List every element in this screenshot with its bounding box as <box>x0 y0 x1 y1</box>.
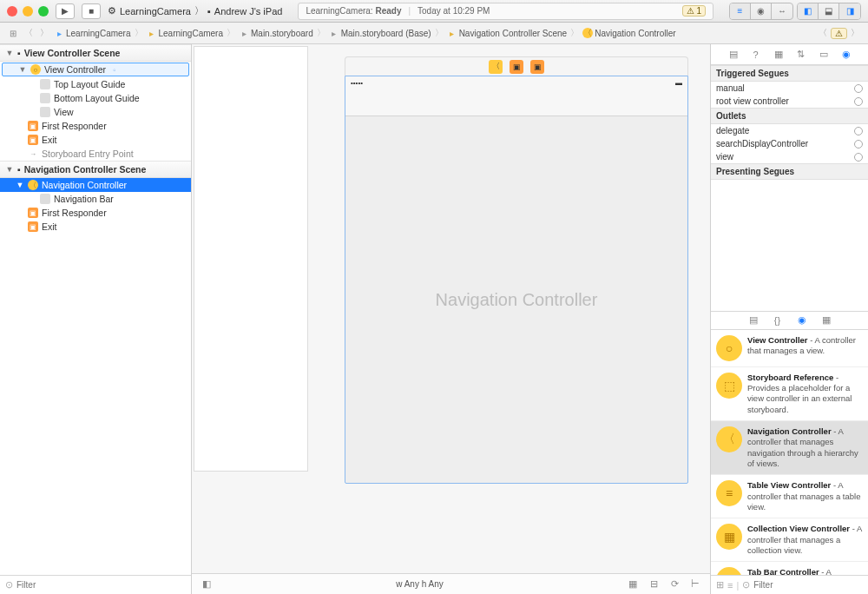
folder-icon: ▸ <box>147 28 157 38</box>
project-icon: ▸ <box>54 28 64 38</box>
size-inspector-tab[interactable]: ▭ <box>817 48 831 62</box>
tree-item[interactable]: ▣Exit <box>0 133 191 147</box>
zoom-window[interactable] <box>38 6 49 16</box>
activity-status: LearningCamera: Ready | Today at 10:29 P… <box>298 3 713 20</box>
tree-item[interactable]: ▣Exit <box>0 220 191 234</box>
related-items-icon[interactable]: ⊞ <box>5 25 21 41</box>
help-inspector-tab[interactable]: ? <box>749 48 763 62</box>
scene-header[interactable]: ▼▪Navigation Controller Scene <box>0 161 191 178</box>
stop-button[interactable]: ■ <box>82 3 101 19</box>
title-bar: ▶ ■ ⚙ LearningCamera 〉 ▪ Andrew J's iPad… <box>0 0 868 23</box>
library-item[interactable]: ⬚Storyboard Reference - Provides a place… <box>711 367 868 421</box>
jump-bar: ⊞ 〈 〉 ▸LearningCamera〉 ▸LearningCamera〉 … <box>0 23 868 44</box>
scene-header[interactable]: ▼▪View Controller Scene <box>0 44 191 62</box>
panel-toggle-segment[interactable]: ◧ ⬓ ◨ <box>797 3 861 20</box>
tree-item[interactable]: View <box>0 105 191 119</box>
library-item[interactable]: ▦Collection View Controller - A controll… <box>711 518 868 562</box>
breadcrumb[interactable]: ▸LearningCamera〉 ▸LearningCamera〉 ▸Main.… <box>52 27 678 39</box>
window-controls <box>7 6 49 16</box>
library-item[interactable]: ▭Tab Bar Controller - A controller that … <box>711 562 868 575</box>
next-issue[interactable]: 〉 <box>847 25 863 41</box>
controller-dock-icon[interactable]: 〈 <box>489 60 503 74</box>
forward-button[interactable]: 〉 <box>36 25 52 41</box>
bottom-panel-icon[interactable]: ⬓ <box>819 3 839 19</box>
close-window[interactable] <box>7 6 17 16</box>
scheme-selector[interactable]: ⚙ LearningCamera 〉 ▪ Andrew J's iPad <box>108 4 282 17</box>
jump-warning-badge[interactable]: ⚠ <box>831 28 847 39</box>
connections-inspector-tab[interactable]: ◉ <box>839 48 853 62</box>
pin-icon[interactable]: ⊟ <box>646 577 661 592</box>
standard-editor-icon[interactable]: ≡ <box>730 3 751 19</box>
list-view-icon[interactable]: ≡ <box>727 580 733 591</box>
storyboard-icon: ▸ <box>329 28 339 38</box>
navigation-controller-scene[interactable]: 〈 ▣ ▣ ••••• ▬ Navigation Controller <box>345 56 688 485</box>
canvas[interactable]: 〈 ▣ ▣ ••••• ▬ Navigation Controller <box>192 44 710 594</box>
warning-icon: ⚠ <box>687 6 694 16</box>
first-responder-dock-icon[interactable]: ▣ <box>510 60 523 74</box>
assistant-editor-icon[interactable]: ◉ <box>751 3 772 19</box>
identity-inspector-tab[interactable]: ▦ <box>772 48 786 62</box>
size-class-control[interactable]: w Any h Any <box>214 579 625 589</box>
back-button[interactable]: 〈 <box>21 25 36 41</box>
scene-dock[interactable]: 〈 ▣ ▣ <box>345 56 688 76</box>
prev-issue[interactable]: 〈 <box>815 25 831 41</box>
filter-icon: ⊙ <box>5 579 13 591</box>
warning-badge[interactable]: ⚠ 1 <box>682 5 706 16</box>
exit-dock-icon[interactable]: ▣ <box>530 60 544 74</box>
tree-item[interactable]: Navigation Bar <box>0 192 191 206</box>
connection-row[interactable]: searchDisplayController <box>711 137 868 150</box>
canvas-bottom-bar: ◧ w Any h Any ▦ ⊟ ⟳ ⊢ <box>192 573 710 594</box>
connection-row[interactable]: delegate <box>711 124 868 137</box>
outline-filter-input[interactable] <box>16 580 186 590</box>
library-item[interactable]: ≡Table View Controller - A controller th… <box>711 475 868 518</box>
file-inspector-tab[interactable]: ▤ <box>727 48 740 62</box>
tree-item[interactable]: Bottom Layout Guide <box>0 91 191 105</box>
object-library[interactable]: ○View Controller - A controller that man… <box>711 330 868 576</box>
library-item[interactable]: ○View Controller - A controller that man… <box>711 330 868 367</box>
library-filter-input[interactable] <box>753 580 864 590</box>
connection-outlet-icon[interactable] <box>854 84 863 93</box>
entry-point-icon: → <box>28 148 38 159</box>
chevron-right-icon: 〉 <box>194 4 204 17</box>
inspector-section: Presenting Segues <box>711 163 868 180</box>
tree-item[interactable]: ▣First Responder <box>0 206 191 220</box>
resolve-icon[interactable]: ⟳ <box>667 577 682 592</box>
simulated-nav-bar[interactable]: ••••• ▬ <box>345 76 687 116</box>
scene-icon: ▪ <box>17 164 21 175</box>
mini-view-scene[interactable] <box>194 46 308 472</box>
version-editor-icon[interactable]: ↔ <box>772 3 792 19</box>
attributes-inspector-tab[interactable]: ⇅ <box>794 48 808 62</box>
tree-view-controller[interactable]: ▼○View Controller◦ <box>2 63 189 76</box>
object-library-tab[interactable]: ◉ <box>795 314 809 327</box>
resize-icon[interactable]: ⊢ <box>687 577 703 592</box>
connection-outlet-icon[interactable] <box>854 97 863 106</box>
right-panel-icon[interactable]: ◨ <box>839 3 860 19</box>
connection-row[interactable]: view <box>711 150 868 163</box>
library-item-icon: ▭ <box>716 567 742 575</box>
connection-outlet-icon[interactable] <box>854 153 863 162</box>
minimize-window[interactable] <box>23 6 33 16</box>
library-filter-bar: ⊞ ≡ | ⊙ <box>711 575 868 594</box>
library-item[interactable]: 〈Navigation Controller - A controller th… <box>711 421 868 475</box>
toggle-outline-icon[interactable]: ◧ <box>199 577 214 592</box>
run-button[interactable]: ▶ <box>56 3 75 19</box>
editor-mode-segment[interactable]: ≡ ◉ ↔ <box>729 3 793 20</box>
tree-item[interactable]: Top Layout Guide <box>0 77 191 91</box>
controller-icon: 〈 <box>582 28 593 38</box>
connection-outlet-icon[interactable] <box>854 127 863 135</box>
inspector-section: Triggered Segues <box>711 65 868 82</box>
grid-view-icon[interactable]: ⊞ <box>716 579 724 591</box>
code-snippet-tab[interactable]: {} <box>771 314 785 327</box>
tree-item[interactable]: ▣First Responder <box>0 119 191 133</box>
view-icon <box>40 107 50 117</box>
connection-row[interactable]: root view controller <box>711 95 868 108</box>
first-responder-icon: ▣ <box>28 208 38 218</box>
connection-row[interactable]: manual <box>711 82 868 95</box>
connection-outlet-icon[interactable] <box>854 140 863 148</box>
tree-item[interactable]: →Storyboard Entry Point <box>0 147 191 161</box>
file-template-tab[interactable]: ▤ <box>746 314 760 327</box>
align-icon[interactable]: ▦ <box>625 577 641 592</box>
left-panel-icon[interactable]: ◧ <box>798 3 819 19</box>
media-library-tab[interactable]: ▦ <box>819 314 833 327</box>
tree-navigation-controller[interactable]: ▼〈Navigation Controller <box>0 178 191 192</box>
